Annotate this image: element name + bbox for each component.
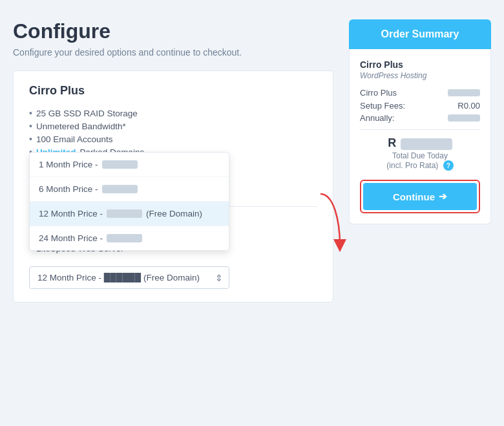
billing-option-1month-label: 1 Month Price - [39, 160, 98, 169]
continue-button-wrapper: Continue ➔ [360, 180, 480, 213]
main-content: Configure Configure your desired options… [13, 19, 333, 303]
continue-button[interactable]: Continue ➔ [363, 183, 477, 210]
page-title: Configure [13, 19, 333, 43]
billing-option-12month-label: 12 Month Price - [39, 209, 103, 218]
plan-name: Cirro Plus [29, 84, 317, 98]
order-summary-header: Order Summary [349, 19, 491, 49]
summary-plan-type: WordPress Hosting [360, 71, 480, 80]
page-subtitle: Configure your desired options and conti… [13, 47, 333, 58]
summary-row-annually: Annually: [360, 113, 480, 123]
billing-option-12month-price [107, 209, 142, 218]
billing-option-12month-free: (Free Domain) [146, 209, 202, 218]
summary-annually-value [448, 114, 480, 122]
summary-row-plan: Cirro Plus [360, 88, 480, 98]
billing-dropdown-container: 1 Month Price - 6 Month Price - 12 Month… [29, 265, 317, 289]
billing-option-1month[interactable]: 1 Month Price - [30, 153, 229, 177]
summary-total-amount: R [360, 136, 480, 150]
summary-total-price-blur [401, 138, 452, 150]
summary-row-plan-value [448, 89, 480, 96]
billing-option-24month[interactable]: 24 Month Price - [30, 226, 229, 250]
order-summary-body: Cirro Plus WordPress Hosting Cirro Plus … [349, 49, 491, 224]
billing-option-6month[interactable]: 6 Month Price - [30, 177, 229, 202]
billing-dropdown-popup: 1 Month Price - 6 Month Price - 12 Month… [29, 152, 229, 251]
billing-select[interactable]: 12 Month Price - ██████ (Free Domain) [29, 266, 229, 289]
billing-option-1month-price [102, 160, 138, 169]
continue-arrow-icon: ➔ [439, 191, 447, 202]
feature-email: 100 Email Accounts [29, 133, 317, 145]
summary-currency: R [388, 136, 396, 149]
billing-select-wrapper[interactable]: 12 Month Price - ██████ (Free Domain) ⇕ [29, 266, 229, 289]
billing-option-12month[interactable]: 12 Month Price - (Free Domain) [30, 202, 229, 226]
summary-divider [360, 129, 480, 130]
billing-option-24month-price [107, 234, 142, 242]
info-icon[interactable]: ? [443, 160, 454, 171]
billing-option-6month-label: 6 Month Price - [39, 184, 98, 194]
summary-row-setup: Setup Fees: R0.00 [360, 101, 480, 111]
summary-setup-label: Setup Fees: [360, 101, 405, 111]
summary-annually-label: Annually: [360, 113, 394, 123]
summary-plan-name: Cirro Plus [360, 59, 480, 70]
billing-option-6month-price [102, 185, 138, 193]
billing-option-24month-label: 24 Month Price - [39, 233, 103, 243]
continue-button-label: Continue [393, 191, 435, 202]
feature-storage: 25 GB SSD RAID Storage [29, 107, 317, 120]
plan-card: Cirro Plus 25 GB SSD RAID Storage Unmete… [13, 70, 333, 303]
summary-prorata-label: (incl. Pro Rata) [386, 161, 438, 170]
summary-total-area: R Total Due Today (incl. Pro Rata) ? [360, 136, 480, 171]
order-summary: Order Summary Cirro Plus WordPress Hosti… [349, 19, 491, 224]
feature-bandwidth: Unmetered Bandwidth* [29, 120, 317, 133]
summary-row-plan-label: Cirro Plus [360, 88, 397, 98]
summary-setup-value: R0.00 [457, 101, 480, 111]
summary-total-label: Total Due Today (incl. Pro Rata) ? [360, 151, 480, 171]
